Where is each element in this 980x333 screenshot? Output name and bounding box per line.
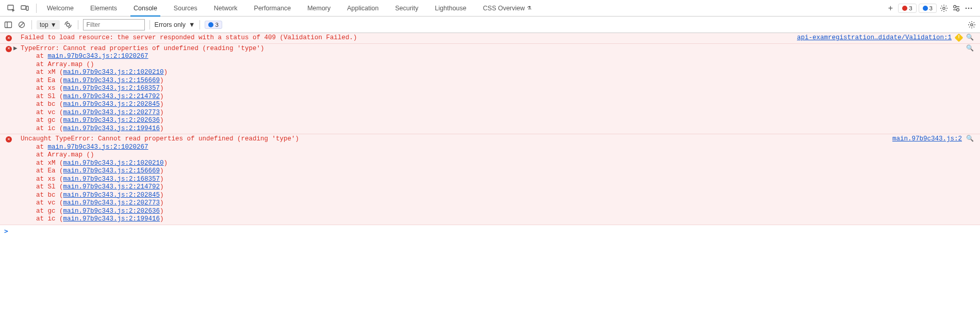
stack-frame: at xM (main.97b9c343.js:2:1020210) — [36, 160, 892, 168]
tab-sources[interactable]: Sources — [165, 0, 206, 17]
error-count-text: 3 — [909, 5, 912, 11]
console-toolbar: top ▼ Errors only ▼ 3 — [0, 17, 980, 33]
source-link[interactable]: main.97b9c343.js:2:1020267 — [48, 144, 148, 151]
svg-point-14 — [971, 23, 973, 25]
svg-point-7 — [968, 7, 970, 9]
stack-frame: at Ea (main.97b9c343.js:2:156669) — [36, 167, 892, 176]
error-icon: ✕ — [6, 136, 12, 142]
stack-frame: at gc (main.97b9c343.js:2:202636) — [36, 208, 892, 216]
log-level-label: Errors only — [155, 21, 186, 28]
error-icon: ✕ — [6, 46, 12, 52]
stack-frame: at xs (main.97b9c343.js:2:168357) — [36, 176, 892, 184]
message-source: main.97b9c343.js:2🔍 — [892, 135, 977, 224]
tab-application[interactable]: Application — [339, 0, 387, 17]
source-link[interactable]: main.97b9c343.js:2 — [892, 135, 962, 144]
stack-trace: at main.97b9c343.js:2:1020267at Array.ma… — [21, 53, 966, 133]
source-link[interactable]: main.97b9c343.js:2:168357 — [63, 85, 160, 92]
devtools-tab-bar: WelcomeElementsConsoleSourcesNetworkPerf… — [0, 0, 980, 17]
svg-point-6 — [966, 7, 967, 9]
message-text: Failed to load resource: the server resp… — [21, 34, 357, 41]
context-label: top — [40, 21, 48, 28]
source-link[interactable]: main.97b9c343.js:2:156669 — [63, 77, 160, 84]
separator — [200, 20, 200, 29]
more-options-icon[interactable] — [964, 3, 974, 13]
prompt-caret-icon: > — [4, 227, 8, 235]
clear-console-icon[interactable] — [16, 20, 27, 30]
customize-icon[interactable] — [951, 3, 961, 13]
toolbar-issues-count: 3 — [215, 22, 218, 28]
message-text: TypeError: Cannot read properties of und… — [21, 45, 264, 52]
tab-security[interactable]: Security — [387, 0, 426, 17]
svg-rect-1 — [21, 6, 26, 9]
tab-memory[interactable]: Memory — [299, 0, 339, 17]
console-settings-icon[interactable] — [967, 20, 977, 30]
magnifier-icon[interactable]: 🔍 — [966, 45, 974, 53]
tab-css-overview[interactable]: CSS Overview⚗ — [475, 0, 540, 17]
source-link[interactable]: main.97b9c343.js:2:202636 — [63, 117, 160, 124]
tab-lighthouse[interactable]: Lighthouse — [427, 0, 475, 17]
source-link[interactable]: main.97b9c343.js:2:1020267 — [48, 53, 148, 60]
stack-trace: at main.97b9c343.js:2:1020267at Array.ma… — [21, 144, 892, 224]
stack-frame: at bc (main.97b9c343.js:2:202845) — [36, 192, 892, 200]
stack-frame: at Ea (main.97b9c343.js:2:156669) — [36, 77, 966, 85]
stack-frame: at main.97b9c343.js:2:1020267 — [36, 144, 892, 152]
svg-point-5 — [957, 8, 959, 11]
stack-frame: at vc (main.97b9c343.js:2:202773) — [36, 199, 892, 208]
tab-welcome[interactable]: Welcome — [39, 0, 82, 17]
source-link[interactable]: main.97b9c343.js:2:202845 — [63, 192, 160, 199]
source-link[interactable]: main.97b9c343.js:2:202773 — [63, 199, 160, 207]
source-link[interactable]: main.97b9c343.js:2:202773 — [63, 109, 160, 116]
device-toolbar-icon[interactable] — [20, 3, 30, 13]
warning-icon: ! — [955, 34, 964, 42]
execution-context-select[interactable]: top ▼ — [37, 20, 60, 29]
error-count-badge[interactable]: 3 — [898, 4, 916, 13]
issues-count-badge[interactable]: 3 — [919, 4, 937, 13]
chevron-down-icon: ▼ — [51, 21, 57, 28]
source-link[interactable]: main.97b9c343.js:2:1020210 — [63, 160, 164, 167]
live-expression-icon[interactable] — [63, 20, 73, 30]
source-link[interactable]: main.97b9c343.js:2:1020210 — [63, 69, 164, 76]
svg-rect-2 — [26, 6, 28, 10]
console-input-row[interactable]: > — [0, 225, 980, 237]
source-link[interactable]: main.97b9c343.js:2:199416 — [63, 125, 160, 132]
separator — [31, 20, 32, 29]
tab-elements[interactable]: Elements — [82, 0, 125, 17]
panel-tabs: WelcomeElementsConsoleSourcesNetworkPerf… — [39, 0, 883, 17]
console-output: ✕Failed to load resource: the server res… — [0, 33, 980, 225]
tab-network[interactable]: Network — [206, 0, 246, 17]
console-message: ✕▶TypeError: Cannot read properties of u… — [0, 44, 980, 135]
more-tabs-button[interactable]: + — [883, 4, 898, 13]
source-link[interactable]: main.97b9c343.js:2:199416 — [63, 215, 160, 223]
tab-bar-left-icons — [2, 3, 34, 13]
source-link[interactable]: main.97b9c343.js:2:214792 — [63, 93, 160, 100]
expand-arrow-icon[interactable]: ▶ — [13, 45, 21, 133]
source-link[interactable]: main.97b9c343.js:2:156669 — [63, 167, 160, 175]
stack-frame: at Sl (main.97b9c343.js:2:214792) — [36, 183, 892, 192]
source-link[interactable]: main.97b9c343.js:2:168357 — [63, 176, 160, 183]
log-level-select[interactable]: Errors only ▼ — [155, 21, 195, 28]
stack-frame: at main.97b9c343.js:2:1020267 — [36, 53, 966, 61]
source-link[interactable]: main.97b9c343.js:2:202845 — [63, 101, 160, 108]
experimental-icon: ⚗ — [527, 5, 531, 11]
toggle-sidebar-icon[interactable] — [3, 20, 13, 30]
tab-console[interactable]: Console — [125, 0, 165, 17]
separator — [150, 20, 150, 29]
inspect-element-icon[interactable] — [6, 3, 16, 13]
source-link[interactable]: main.97b9c343.js:2:214792 — [63, 183, 160, 191]
stack-frame: at bc (main.97b9c343.js:2:202845) — [36, 101, 966, 109]
message-source: api-examregistration…didate/Validation:1… — [797, 34, 977, 42]
stack-frame: at vc (main.97b9c343.js:2:202773) — [36, 109, 966, 117]
stack-frame: at Array.map () — [36, 151, 892, 160]
toolbar-issues-badge[interactable]: 3 — [205, 21, 222, 29]
tab-performance[interactable]: Performance — [246, 0, 300, 17]
tab-bar-right: 3 3 — [898, 3, 978, 13]
magnifier-icon[interactable]: 🔍 — [966, 135, 974, 144]
settings-icon[interactable] — [939, 3, 949, 13]
source-link[interactable]: api-examregistration…didate/Validation:1 — [797, 34, 952, 42]
magnifier-icon[interactable]: 🔍 — [966, 34, 974, 42]
issues-count-text: 3 — [929, 5, 933, 11]
source-link[interactable]: main.97b9c343.js:2:202636 — [63, 208, 160, 215]
filter-input[interactable] — [83, 19, 145, 30]
stack-frame: at Sl (main.97b9c343.js:2:214792) — [36, 93, 966, 101]
svg-rect-9 — [5, 22, 12, 27]
